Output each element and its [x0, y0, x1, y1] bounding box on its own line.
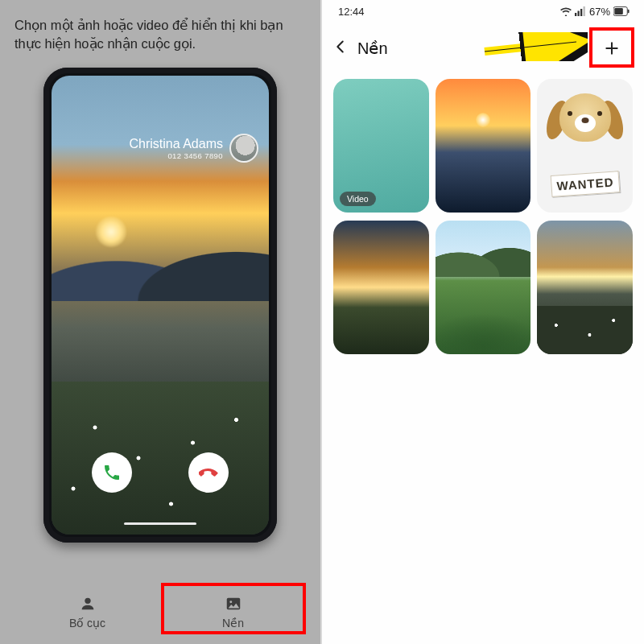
- page-title: Nền: [357, 39, 388, 58]
- video-badge: Video: [340, 192, 376, 206]
- svg-point-0: [85, 597, 90, 603]
- signal-icon: [575, 6, 586, 16]
- svg-rect-5: [580, 9, 582, 16]
- status-battery-text: 67%: [589, 6, 610, 18]
- background-option-teal[interactable]: Video: [333, 79, 429, 213]
- status-time: 12:44: [338, 6, 365, 18]
- svg-point-2: [229, 601, 232, 603]
- svg-rect-3: [575, 13, 576, 16]
- incoming-call-preview: Christina Adams 012 3456 7890: [52, 76, 269, 535]
- tab-layout[interactable]: Bố cục: [14, 595, 160, 630]
- tab-layout-label: Bố cục: [69, 617, 105, 630]
- background-option-dog-wanted[interactable]: WANTED: [537, 79, 633, 213]
- battery-icon: [613, 6, 630, 16]
- gesture-bar: [124, 522, 196, 526]
- plus-icon: [604, 40, 620, 56]
- bottom-tab-bar: Bố cục Nền: [14, 580, 306, 644]
- background-option-dawn-hills[interactable]: [333, 221, 429, 354]
- caller-number: 012 3456 7890: [130, 151, 224, 160]
- phone-mockup: Christina Adams 012 3456 7890: [43, 68, 277, 543]
- wifi-icon: [560, 6, 572, 16]
- instruction-text: Chọn một ảnh hoặc video để hiển thị khi …: [14, 16, 306, 53]
- tab-background-label: Nền: [222, 617, 244, 630]
- wanted-sign-text: WANTED: [550, 171, 620, 197]
- tab-background[interactable]: Nền: [160, 595, 306, 630]
- screen-call-background-preview: Chọn một ảnh hoặc video để hiển thị khi …: [0, 0, 322, 644]
- add-background-button[interactable]: [594, 31, 630, 66]
- caller-info: Christina Adams 012 3456 7890: [130, 134, 259, 163]
- svg-rect-9: [628, 10, 630, 14]
- phone-accept-icon: [102, 463, 122, 482]
- caller-name: Christina Adams: [130, 137, 224, 151]
- decline-call-button[interactable]: [188, 452, 229, 493]
- back-button[interactable]: [332, 38, 349, 59]
- background-option-meadow-sunset[interactable]: [537, 221, 633, 354]
- background-grid: Video WANTED: [322, 79, 644, 354]
- image-icon: [225, 595, 242, 613]
- background-option-sunset-sea[interactable]: [436, 79, 531, 213]
- phone-decline-icon: [199, 463, 218, 482]
- svg-rect-4: [577, 11, 579, 17]
- screen-background-picker: 12:44 67% Nền: [322, 0, 644, 644]
- svg-rect-6: [583, 6, 584, 16]
- header: Nền: [322, 23, 644, 74]
- background-option-valley-train[interactable]: [436, 221, 531, 354]
- accept-call-button[interactable]: [92, 452, 132, 493]
- chevron-left-icon: [332, 38, 349, 56]
- person-icon: [79, 595, 97, 613]
- caller-avatar: [229, 134, 258, 163]
- status-bar: 12:44 67%: [322, 0, 644, 23]
- svg-rect-8: [614, 8, 622, 14]
- mountain-artwork: [52, 196, 269, 301]
